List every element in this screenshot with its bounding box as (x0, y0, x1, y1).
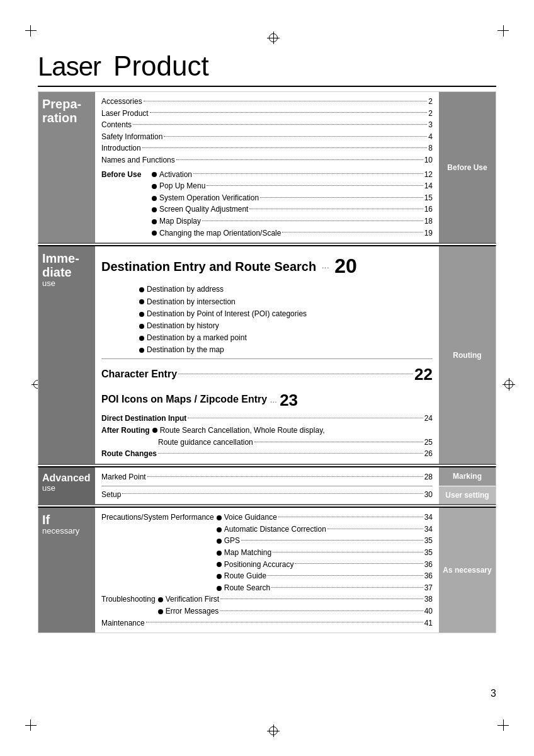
advanced-section: Advanced use Marked Point 28 Setup 30 (38, 466, 496, 505)
if-necessary-content: Precautions/System Performance Voice Gui… (95, 508, 439, 633)
preparation-section: Prepa- ration Accessories 2 Laser Produc… (38, 91, 496, 244)
toc-maintenance-title: Maintenance (101, 617, 145, 629)
toc-laser-product-page: 2 (428, 108, 433, 120)
immediate-label-main: Imme- (42, 251, 91, 265)
toc-verification-title: Verification First (158, 593, 219, 605)
reg-mark-tl (25, 25, 44, 44)
toc-contents-page: 3 (428, 119, 433, 131)
toc-setup-title: Setup (101, 489, 121, 501)
toc-activation-title: Activation (152, 169, 192, 181)
toc-direct-dest-dots (188, 418, 423, 418)
after-routing-line2: Route guidance cancellation 25 (101, 437, 433, 449)
as-necessary-right-label: As necessary (439, 508, 496, 633)
toc-safety-page: 4 (428, 131, 433, 143)
toc-intro-title: Introduction (101, 142, 141, 154)
toc-char-entry-title: Character Entry (101, 367, 177, 382)
if-necessary-label: If necessary (38, 508, 95, 633)
toc-gps-dots (241, 540, 423, 541)
toc-popup-dots (207, 185, 423, 186)
toc-laser-product-dots (150, 112, 428, 113)
toc-names-page: 10 (424, 154, 433, 166)
immediate-label-sub: use (42, 279, 91, 288)
toc-route-guide-title: Route Guide (217, 570, 266, 582)
toc-map-display-dots (202, 220, 423, 221)
advanced-right-labels: Marking User setting (439, 467, 496, 504)
toc-route-guide-dots (268, 575, 423, 576)
precautions-items: Voice Guidance 34 Automatic Distance Cor… (217, 512, 433, 593)
toc-route-search-page: 37 (424, 582, 433, 594)
toc-gps-title: GPS (217, 535, 240, 547)
toc-setup-page: 30 (424, 489, 433, 501)
immediate-label-main2: diate (42, 265, 91, 279)
brand-name: Laser (38, 52, 101, 82)
dest-by-intersection: Destination by intersection (139, 296, 433, 308)
toc-screen-title: Screen Quality Adjustment (152, 203, 248, 215)
toc-marked-point-dots (147, 476, 423, 477)
toc-intro: Introduction 8 (101, 142, 433, 154)
preparation-content: Accessories 2 Laser Product 2 Contents 3… (95, 92, 439, 243)
chapter-dest-entry: Destination Entry and Route Search … 20 (101, 250, 433, 282)
toc-maintenance: Maintenance 41 (101, 617, 433, 629)
toc-screen-page: 16 (424, 203, 433, 215)
toc-pos-accuracy: Positioning Accuracy 36 (217, 559, 433, 571)
toc-route-changes: Route Changes 26 (101, 448, 433, 460)
toc-names-title: Names and Functions (101, 154, 175, 166)
immediate-content: Destination Entry and Route Search … 20 … (95, 246, 439, 464)
toc-activation-dots (193, 173, 423, 174)
toc-poi-icons-page: 23 (280, 387, 298, 413)
toc-char-entry-dots (178, 374, 413, 374)
toc-popup-title: Pop Up Menu (152, 180, 205, 192)
toc-accessories-page: 2 (428, 96, 433, 108)
advanced-label-main: Advanced (42, 472, 91, 484)
toc-map-orient-title: Changing the map Orientation/Scale (152, 227, 281, 239)
toc-gps: GPS 35 (217, 535, 433, 547)
toc-voice-guidance-page: 34 (424, 512, 433, 524)
toc-safety-title: Safety Information (101, 131, 162, 143)
toc-route-changes-title: Route Changes (101, 448, 157, 460)
toc-system-op-title: System Operation Verification (152, 192, 259, 204)
troubleshooting-section: Troubleshooting Verification First 38 Er… (101, 593, 433, 617)
reg-mark-tr (490, 25, 509, 44)
header: Laser Product (38, 50, 496, 87)
toc-route-guide-page: 36 (424, 570, 433, 582)
toc-popup-page: 14 (424, 180, 433, 192)
toc-map-display: Map Display 18 (152, 215, 433, 227)
toc-activation-page: 12 (424, 169, 433, 181)
toc-route-guide: Route Guide 36 (217, 570, 433, 582)
after-routing-title2: Route guidance cancellation (101, 437, 253, 449)
toc-direct-dest-title: Direct Destination Input (101, 413, 186, 425)
toc-names-dots (176, 159, 423, 160)
if-necessary-label-main: If (42, 513, 91, 527)
if-necessary-label-sub: necessary (42, 527, 91, 536)
toc-pos-accuracy-dots (295, 563, 423, 564)
toc-gps-page: 35 (424, 535, 433, 547)
routing-right-label: Routing (439, 246, 496, 464)
toc-contents-title: Contents (101, 119, 132, 131)
before-use-label: Before Use (101, 169, 152, 239)
toc-map-matching-title: Map Matching (217, 547, 271, 559)
toc-map-matching-page: 35 (424, 547, 433, 559)
toc-char-entry-page: 22 (414, 362, 433, 387)
precautions-section: Precautions/System Performance Voice Gui… (101, 512, 433, 593)
toc-system-op-dots (260, 197, 423, 198)
toc-map-matching-dots (273, 552, 423, 553)
toc-direct-dest: Direct Destination Input 24 (101, 413, 433, 425)
product-title: Product (113, 50, 209, 82)
dest-by-history: Destination by history (139, 320, 433, 332)
dest-by-marked: Destination by a marked point (139, 332, 433, 344)
advanced-content: Marked Point 28 Setup 30 (95, 467, 439, 504)
chapter-dest-page: 20 (334, 250, 357, 282)
toc-pos-accuracy-page: 36 (424, 559, 433, 571)
toc-screen-dots (249, 209, 423, 209)
immediate-section: Imme- diate use Destination Entry and Ro… (38, 245, 496, 465)
chapter-dest-dots-line: … (321, 260, 329, 273)
before-use-section: Before Use Activation 12 Pop Up Menu 14 (101, 169, 433, 239)
toc-setup-dots (122, 493, 423, 494)
before-use-items: Activation 12 Pop Up Menu 14 System Oper… (152, 169, 433, 239)
toc-route-changes-dots (158, 453, 423, 454)
toc-error-messages-dots (220, 610, 423, 611)
toc-voice-guidance: Voice Guidance 34 (217, 512, 433, 524)
toc-laser-product-title: Laser Product (101, 108, 149, 120)
toc-laser-product: Laser Product 2 (101, 108, 433, 120)
toc-map-display-title: Map Display (152, 215, 201, 227)
